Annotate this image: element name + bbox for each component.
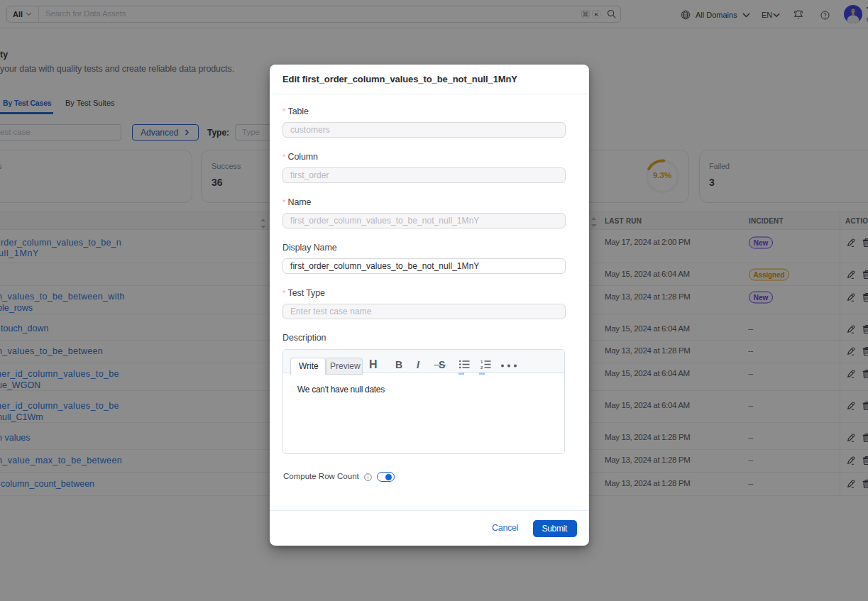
- svg-text:2: 2: [480, 365, 483, 369]
- svg-text:1: 1: [480, 360, 483, 364]
